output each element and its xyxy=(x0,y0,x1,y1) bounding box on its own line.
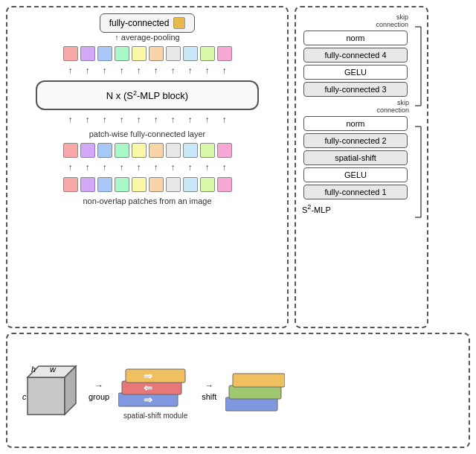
right-panel: skipconnection norm fully-connected 4 GE… xyxy=(295,6,428,328)
spatial-shift-box: spatial-shift xyxy=(303,150,408,165)
bot-patch-row xyxy=(63,177,232,192)
patch xyxy=(97,177,112,192)
norm-box-top: norm xyxy=(303,31,408,45)
arrow-up: ↑ xyxy=(166,65,181,76)
patch xyxy=(166,46,181,61)
skip-mid-label: skipconnection xyxy=(302,99,409,114)
mlp-block-label: N x (S2-MLP block) xyxy=(106,90,188,101)
arrow-up: ↑ xyxy=(115,162,129,173)
fc2-box: fully-connected 2 xyxy=(303,133,408,148)
layered-stack: ⇒ ⇐ ⇒ xyxy=(118,362,193,410)
arrow-up: ↑ xyxy=(63,115,78,125)
svg-rect-17 xyxy=(233,374,285,387)
svg-rect-15 xyxy=(225,397,277,411)
patch xyxy=(183,46,198,61)
arrow-up: ↑ xyxy=(97,115,112,125)
top-section: fully-connected ↑ average-pooling xyxy=(6,6,470,328)
top-patch-row xyxy=(63,46,232,61)
arrow-up: ↑ xyxy=(217,162,232,173)
group-section: → group xyxy=(89,380,109,401)
arrow-up: ↑ xyxy=(149,115,164,125)
left-panel: fully-connected ↑ average-pooling xyxy=(6,6,289,328)
arrow-up: ↑ xyxy=(132,115,147,125)
w-label: w xyxy=(50,365,56,374)
arrow-up: ↑ xyxy=(80,115,95,125)
output-stack xyxy=(225,366,285,415)
patch xyxy=(149,143,164,158)
stacked-layers-svg: ⇒ ⇐ ⇒ xyxy=(118,362,193,410)
fc1-box: fully-connected 1 xyxy=(303,185,408,199)
patch xyxy=(217,143,232,158)
group-label: group xyxy=(89,392,109,401)
patch xyxy=(80,46,95,61)
shift-arrow: → xyxy=(205,380,213,391)
svg-text:⇐: ⇐ xyxy=(144,382,152,394)
patch xyxy=(115,143,129,158)
shift-section: → shift xyxy=(202,380,216,401)
arrow-up: ↑ xyxy=(200,65,215,76)
patch xyxy=(217,46,232,61)
arrow-up: ↑ xyxy=(200,115,215,125)
patch xyxy=(80,143,95,158)
cube-svg xyxy=(16,359,80,422)
gelu-box-top: GELU xyxy=(303,65,408,80)
patchwise-label: patch-wise fully-connected layer xyxy=(89,130,206,138)
shift-label: shift xyxy=(202,392,216,401)
arrows-up-bot: ↑ ↑ ↑ ↑ ↑ ↑ ↑ ↑ ↑ ↑ xyxy=(63,162,232,173)
bottom-section: h w c → group ⇒ ⇐ xyxy=(6,333,470,448)
skip-top-label: skipconnection xyxy=(301,13,408,28)
patch xyxy=(149,46,164,61)
arrow-up: ↑ xyxy=(183,115,198,125)
arrow-up: ↑ xyxy=(115,65,129,76)
patch xyxy=(80,177,95,192)
gelu-box-bot: GELU xyxy=(303,167,408,182)
3d-cube: h w c xyxy=(16,359,80,422)
patch xyxy=(149,177,164,192)
patch xyxy=(183,143,198,158)
arrow-up: ↑ xyxy=(63,162,78,173)
svg-marker-6 xyxy=(28,377,65,415)
avg-pool-label: ↑ average-pooling xyxy=(115,33,179,42)
arrow-up: ↑ xyxy=(166,115,181,125)
arrow-up: ↑ xyxy=(80,65,95,76)
arrows-up-mid: ↑ ↑ ↑ ↑ ↑ ↑ ↑ ↑ ↑ ↑ xyxy=(63,115,232,125)
patch xyxy=(63,177,78,192)
fc4-box: fully-connected 4 xyxy=(303,48,408,63)
mlp-block: N x (S2-MLP block) xyxy=(36,80,259,110)
arrow-up: ↑ xyxy=(132,65,147,76)
svg-text:⇒: ⇒ xyxy=(144,394,152,406)
fc-box: fully-connected xyxy=(100,13,196,33)
arrow-up: ↑ xyxy=(200,162,215,173)
mid-patch-row xyxy=(63,143,232,158)
patch xyxy=(166,177,181,192)
patch xyxy=(115,177,129,192)
arrow-up: ↑ xyxy=(149,65,164,76)
arrow-up: ↑ xyxy=(166,162,181,173)
patch xyxy=(132,46,147,61)
patch xyxy=(183,177,198,192)
patch xyxy=(97,143,112,158)
non-overlap-label: non-overlap patches from an image xyxy=(83,196,211,205)
arrow-up: ↑ xyxy=(115,115,129,125)
patch xyxy=(200,143,215,158)
gold-square xyxy=(173,17,185,29)
patch xyxy=(217,177,232,192)
arrow-up: ↑ xyxy=(97,65,112,76)
patch xyxy=(115,46,129,61)
arrow-up: ↑ xyxy=(80,162,95,173)
patch xyxy=(132,177,147,192)
main-container: fully-connected ↑ average-pooling xyxy=(0,0,476,454)
group-arrow: → xyxy=(94,380,103,391)
arrow-up: ↑ xyxy=(97,162,112,173)
s2mlp-label: S2-MLP xyxy=(302,203,331,214)
svg-rect-16 xyxy=(229,386,281,399)
patch xyxy=(200,177,215,192)
svg-rect-11 xyxy=(126,369,185,383)
c-label: c xyxy=(22,392,27,401)
arrow-up: ↑ xyxy=(63,65,78,76)
patch xyxy=(63,46,78,61)
patch xyxy=(166,143,181,158)
skip-lines-svg xyxy=(408,16,422,313)
arrow-up: ↑ xyxy=(217,115,232,125)
fc3-box: fully-connected 3 xyxy=(303,82,408,97)
